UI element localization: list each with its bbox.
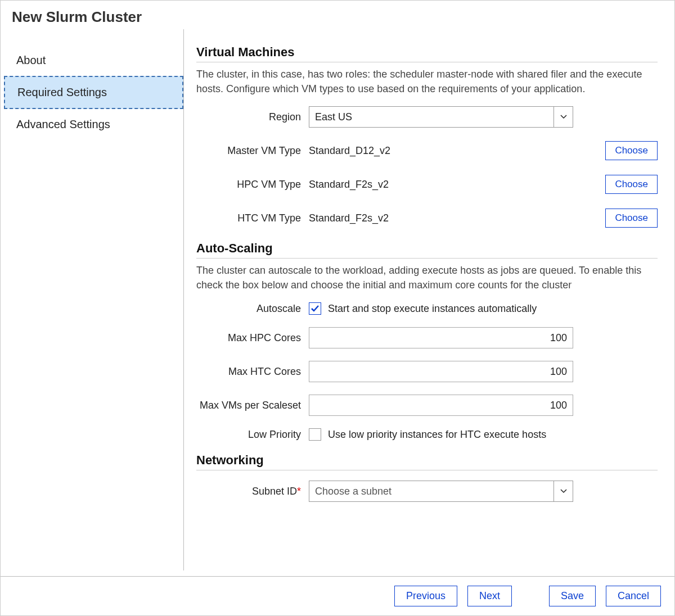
sidebar-item-about[interactable]: About — [4, 45, 183, 76]
label-master-vm: Master VM Type — [196, 145, 309, 157]
sidebar-item-label: Required Settings — [17, 86, 107, 98]
hpc-vm-value: Standard_F2s_v2 — [309, 174, 598, 195]
label-max-htc-cores: Max HTC Cores — [196, 366, 309, 378]
dialog-title: New Slurm Cluster — [1, 1, 674, 29]
label-subnet-id-text: Subnet ID — [252, 486, 297, 497]
section-title-networking: Networking — [196, 453, 658, 470]
row-region: Region East US — [196, 106, 658, 128]
label-autoscale: Autoscale — [196, 303, 309, 315]
row-hpc-vm: HPC VM Type Standard_F2s_v2 Choose — [196, 174, 658, 195]
label-max-hpc-cores: Max HPC Cores — [196, 332, 309, 344]
dialog-body: About Required Settings Advanced Setting… — [1, 29, 674, 576]
row-subnet-id: Subnet ID* Choose a subnet — [196, 481, 658, 502]
low-priority-checkbox-label: Use low priority instances for HTC execu… — [328, 429, 546, 441]
chevron-down-icon — [554, 481, 573, 501]
label-subnet-id: Subnet ID* — [196, 486, 309, 497]
sidebar-item-label: About — [16, 54, 46, 66]
autoscale-checkbox-label: Start and stop execute instances automat… — [328, 303, 537, 315]
choose-master-vm-button[interactable]: Choose — [605, 141, 658, 160]
master-vm-value: Standard_D12_v2 — [309, 140, 598, 161]
chevron-down-icon — [554, 107, 573, 127]
choose-hpc-vm-button[interactable]: Choose — [605, 175, 658, 194]
previous-button[interactable]: Previous — [394, 586, 457, 606]
sidebar-item-advanced-settings[interactable]: Advanced Settings — [4, 109, 183, 140]
section-title-vm: Virtual Machines — [196, 45, 658, 62]
max-hpc-cores-input[interactable] — [309, 327, 573, 348]
section-title-autoscaling: Auto-Scaling — [196, 241, 658, 259]
max-htc-cores-input[interactable] — [309, 361, 573, 382]
autoscale-checkbox[interactable] — [309, 302, 321, 315]
row-autoscale: Autoscale Start and stop execute instanc… — [196, 302, 658, 315]
save-button[interactable]: Save — [549, 586, 596, 606]
label-htc-vm: HTC VM Type — [196, 212, 309, 224]
sidebar-item-label: Advanced Settings — [16, 118, 110, 130]
row-low-priority: Low Priority Use low priority instances … — [196, 428, 658, 441]
label-region: Region — [196, 111, 309, 123]
low-priority-checkbox[interactable] — [309, 428, 321, 441]
section-desc-autoscaling: The cluster can autoscale to the workloa… — [196, 263, 658, 292]
row-htc-vm: HTC VM Type Standard_F2s_v2 Choose — [196, 207, 658, 229]
next-button[interactable]: Next — [467, 586, 512, 606]
subnet-select[interactable]: Choose a subnet — [309, 481, 573, 502]
max-vms-input[interactable] — [309, 395, 573, 416]
cancel-button[interactable]: Cancel — [606, 586, 661, 606]
row-master-vm: Master VM Type Standard_D12_v2 Choose — [196, 140, 658, 161]
check-icon — [310, 305, 320, 312]
main-panel: Virtual Machines The cluster, in this ca… — [184, 29, 674, 576]
choose-htc-vm-button[interactable]: Choose — [605, 209, 658, 228]
subnet-select-placeholder: Choose a subnet — [309, 481, 554, 501]
row-max-hpc-cores: Max HPC Cores — [196, 327, 658, 348]
region-select[interactable]: East US — [309, 106, 573, 128]
section-desc-vm: The cluster, in this case, has two roles… — [196, 67, 658, 96]
dialog-footer: Previous Next Save Cancel — [1, 576, 674, 615]
required-asterisk: * — [297, 486, 301, 497]
label-max-vms: Max VMs per Scaleset — [196, 400, 309, 411]
sidebar-item-required-settings[interactable]: Required Settings — [4, 76, 183, 109]
row-max-vms: Max VMs per Scaleset — [196, 395, 658, 416]
row-max-htc-cores: Max HTC Cores — [196, 361, 658, 382]
htc-vm-value: Standard_F2s_v2 — [309, 207, 598, 229]
dialog-window: New Slurm Cluster About Required Setting… — [0, 0, 675, 616]
label-hpc-vm: HPC VM Type — [196, 179, 309, 191]
region-select-value: East US — [309, 107, 554, 127]
label-low-priority: Low Priority — [196, 429, 309, 441]
sidebar: About Required Settings Advanced Setting… — [4, 29, 184, 570]
